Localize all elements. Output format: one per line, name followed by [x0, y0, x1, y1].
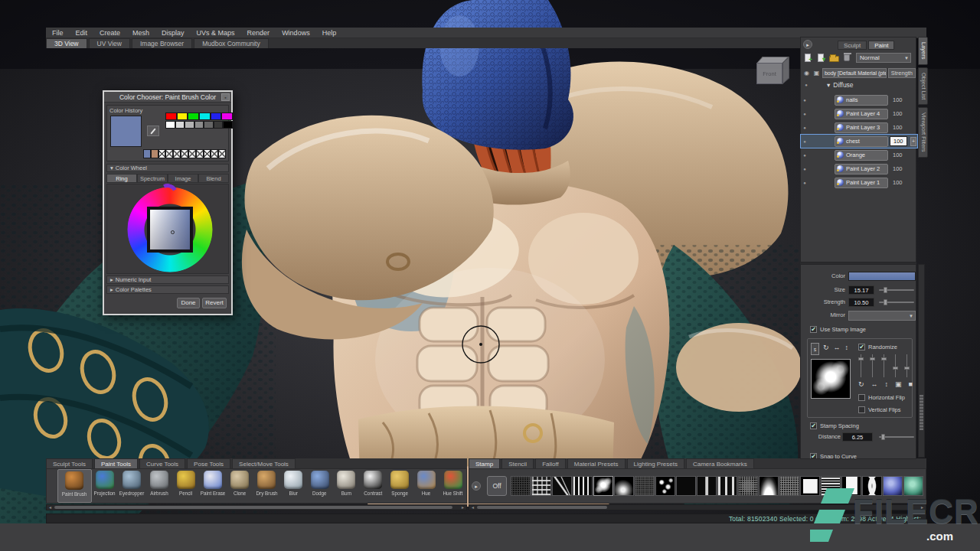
menu-item-edit[interactable]: Edit — [70, 28, 94, 38]
layer-pill[interactable]: nails — [835, 95, 888, 106]
menu-item-file[interactable]: File — [46, 28, 70, 38]
saturation-value-box[interactable] — [150, 210, 190, 249]
properties-scrollbar[interactable] — [918, 264, 925, 458]
stamp-mini-button[interactable]: s — [811, 343, 819, 355]
layer-pill[interactable]: Orange — [835, 150, 888, 161]
stamp-off-button[interactable]: Off — [487, 476, 507, 496]
layer-strength[interactable]: 100 — [893, 96, 903, 103]
stamp-thumb-halfmoon[interactable] — [759, 476, 779, 496]
visibility-dot[interactable]: ● — [801, 98, 808, 103]
scrollbar-thumb[interactable] — [920, 395, 923, 430]
stamp-thumb-noise-dense[interactable] — [779, 476, 799, 496]
wheel-tab-spectrum[interactable]: Spectrum — [137, 174, 168, 183]
side-tab-layers[interactable]: Layers — [918, 37, 928, 65]
view-tab-image-browser[interactable]: Image Browser — [132, 38, 192, 48]
preset-swatch[interactable] — [223, 121, 233, 129]
mini-slider[interactable] — [883, 354, 885, 377]
view-tab-3d-view[interactable]: 3D View — [46, 38, 87, 48]
dialog-title-bar[interactable]: Color Chooser: Paint Brush Color ▪ — [104, 92, 231, 103]
strength-input[interactable]: 10.50 — [848, 298, 874, 307]
panel-divider[interactable] — [800, 262, 916, 264]
chevron-down-icon[interactable]: ▾ — [827, 81, 830, 89]
horizontal-flip-row[interactable]: Horizontal Flip — [858, 394, 905, 401]
tray-tab-camera-bookmarks[interactable]: Camera Bookmarks — [686, 458, 754, 468]
preset-swatch[interactable] — [221, 112, 233, 120]
tool-paint-brush[interactable]: Paint Brush — [57, 469, 92, 503]
size-slider-thumb[interactable] — [884, 287, 887, 293]
horizontal-flip-checkbox[interactable] — [858, 394, 865, 401]
mini-slider[interactable] — [860, 354, 862, 377]
tool-hue[interactable]: Hue — [413, 469, 439, 503]
tray-tab-stamp[interactable]: Stamp — [469, 458, 500, 468]
flip-vertical-icon[interactable]: ↕ — [885, 380, 889, 388]
layer-row-paint-layer-1[interactable]: ●Paint Layer 1100 — [801, 176, 917, 189]
layer-strength[interactable]: 100 — [893, 165, 903, 172]
stamp-thumb-plaid[interactable] — [531, 476, 551, 496]
vertical-flip-checkbox[interactable] — [858, 406, 865, 413]
empty-swatch[interactable] — [218, 149, 226, 158]
stamp-thumb-bar[interactable] — [697, 476, 717, 496]
mini-slider[interactable] — [894, 354, 897, 377]
stamp-thumb-noise-fine[interactable] — [635, 476, 655, 496]
visibility-dot[interactable]: ● — [801, 139, 808, 144]
wheel-tab-image[interactable]: Image — [168, 174, 198, 183]
preset-swatch[interactable] — [185, 121, 194, 129]
layer-row-paint-layer-3[interactable]: ●Paint Layer 3100 — [801, 121, 917, 134]
layer-row-nails[interactable]: ●nails100 — [801, 93, 917, 106]
menu-item-create[interactable]: Create — [93, 28, 126, 38]
mini-slider-thumb[interactable] — [904, 367, 910, 370]
visibility-dot[interactable]: ● — [801, 153, 808, 158]
history-swatch[interactable] — [143, 149, 151, 158]
randomize-checkbox-row[interactable]: ✔ Randomize — [858, 344, 897, 350]
layer-pill[interactable]: Paint Layer 3 — [835, 122, 888, 133]
layer-strength[interactable]: 100 — [893, 124, 903, 131]
preset-swatch[interactable] — [194, 121, 204, 129]
panel-tab-sculpt[interactable]: Sculpt — [838, 41, 867, 50]
tool-airbrush[interactable]: Airbrush — [145, 469, 172, 503]
menu-item-windows[interactable]: Windows — [276, 28, 316, 38]
size-slider[interactable] — [879, 289, 914, 291]
new-layer-button[interactable]: + — [803, 54, 813, 63]
snap-to-curve-row[interactable]: ✔ Snap to Curve — [810, 453, 857, 459]
stamp-thumb-stripes[interactable] — [573, 476, 593, 496]
preset-swatch[interactable] — [204, 121, 214, 129]
size-input[interactable]: 15.17 — [848, 285, 874, 295]
eyedropper-button[interactable] — [147, 126, 159, 136]
tool-pencil[interactable]: Pencil — [172, 469, 199, 503]
preset-swatch[interactable] — [199, 112, 211, 120]
menu-item-help[interactable]: Help — [316, 28, 343, 38]
layer-pill[interactable]: Paint Layer 1 — [835, 178, 888, 188]
visibility-dot[interactable]: ● — [801, 112, 808, 116]
stamp-thumb-scratch[interactable] — [552, 476, 572, 496]
import-layer-button[interactable]: ▾ — [816, 54, 826, 63]
empty-swatch[interactable] — [211, 149, 218, 158]
blend-mode-dropdown[interactable]: Normal ▼ — [856, 53, 911, 63]
current-color-swatch[interactable] — [110, 116, 142, 147]
preset-swatch[interactable] — [211, 112, 222, 120]
preset-swatch[interactable] — [188, 112, 199, 120]
wheel-tab-ring[interactable]: Ring — [106, 174, 137, 183]
mirror-dropdown[interactable]: ▼ — [848, 311, 916, 321]
delete-layer-button[interactable] — [842, 54, 852, 63]
wheel-tab-blend[interactable]: Blend — [198, 174, 229, 183]
eye-icon[interactable]: ◉ — [802, 70, 811, 77]
stamp-thumb-splatter[interactable] — [655, 476, 675, 496]
tool-burn[interactable]: Burn — [333, 469, 360, 503]
tool-paint-erase[interactable]: Paint Erase — [199, 469, 227, 503]
menu-item-mesh[interactable]: Mesh — [126, 28, 155, 38]
layer-group-row[interactable]: ● ▾ Diffuse — [802, 81, 854, 89]
scrollbar-thumb[interactable] — [477, 506, 607, 509]
rotate-icon[interactable]: ↻ — [858, 380, 864, 388]
flip-horizontal-icon[interactable]: ↔ — [871, 380, 878, 388]
tool-eyedropper[interactable]: Eyedropper — [118, 469, 145, 503]
strength-slider[interactable] — [879, 302, 914, 303]
visibility-dot[interactable]: ● — [801, 167, 808, 171]
distance-slider[interactable] — [879, 436, 914, 438]
view-cube[interactable]: Front — [755, 57, 792, 87]
layer-strength[interactable]: 100 — [893, 110, 903, 117]
preset-swatch[interactable] — [175, 121, 185, 129]
revert-button[interactable]: Revert — [202, 298, 227, 308]
scrollbar-thumb[interactable] — [54, 506, 452, 509]
layer-group-button[interactable] — [829, 54, 839, 63]
side-tab-viewport-filters[interactable]: Viewport Filters — [918, 107, 928, 158]
